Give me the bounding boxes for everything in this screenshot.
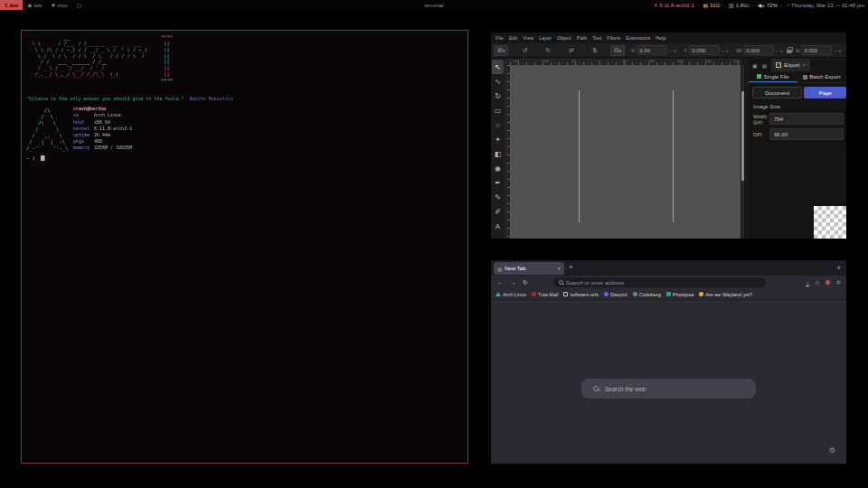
bookmark-favicon: [495, 292, 501, 296]
menu-item[interactable]: Layer: [539, 35, 552, 41]
export-mode-tab[interactable]: Batch Export: [797, 71, 846, 82]
menu-item[interactable]: Object: [557, 35, 571, 41]
menu-item[interactable]: Extensions: [626, 35, 650, 41]
extension-icon[interactable]: [826, 280, 830, 285]
bookmark-item[interactable]: Tuta Mail: [532, 292, 558, 297]
y-field: Y0.000−+: [684, 45, 730, 55]
tool-button[interactable]: ◉: [492, 161, 504, 175]
menu-item[interactable]: Help: [656, 35, 665, 41]
menu-bar: FileEditViewLayerObjectPathTextFiltersEx…: [491, 33, 846, 43]
search-icon: [593, 386, 599, 392]
tool-button[interactable]: ↖: [492, 60, 504, 74]
fetch-rows: osArch Linuxhostx86_64kernel6.11.8-arch2…: [73, 112, 132, 151]
tool-button[interactable]: ◧: [492, 146, 504, 161]
status-bar: 1 dev◉ wst❖ mux▢ terminal Λ 6.11.8-arch2…: [0, 0, 868, 10]
fetch-output: crash@bertha osArch Linuxhostx86_64kerne…: [73, 106, 132, 151]
export-mode-icon: [757, 74, 761, 79]
bookmark-item[interactable]: Photopea: [666, 292, 694, 297]
shell-prompt[interactable]: ~ ❯: [26, 155, 44, 162]
tool-button[interactable]: ∿: [492, 74, 504, 89]
page-button[interactable]: Page: [804, 87, 846, 99]
status-module-icon: Λ: [654, 3, 657, 8]
bookmarks-bar: Arch Linux Tuta Mail software refs Disco…: [491, 289, 846, 300]
bookmark-item[interactable]: Codeberg: [633, 292, 661, 297]
wrench-icon[interactable]: ▣: [752, 62, 758, 69]
tool-button[interactable]: ✐: [492, 204, 504, 219]
tool-controls-bar: ⊞▾ ↺↻⇄⇅ ⊟▾ X0.00−+ Y0.000−+ W0.000−+ H0.…: [491, 43, 846, 58]
fetch-row: uptime2h 44m: [73, 132, 132, 138]
menu-icon[interactable]: ≡: [836, 279, 840, 286]
forward-icon[interactable]: →: [510, 279, 516, 286]
bookmark-favicon: [699, 292, 703, 296]
bookmark-item[interactable]: Arch Linux: [495, 292, 526, 297]
web-search-box[interactable]: Search the web: [581, 379, 756, 399]
canvas[interactable]: [510, 65, 741, 239]
tool-button[interactable]: ✎: [492, 190, 504, 204]
status-module-icon: ▤: [703, 2, 708, 8]
fetch-row: kernel6.11.8-arch2-1: [73, 126, 132, 132]
tool-button[interactable]: ↻: [492, 89, 504, 103]
export-panel-tab[interactable]: ↑ Export ×: [771, 59, 810, 71]
terminal-quote: "Silence is the only answer you should g…: [26, 96, 233, 101]
bookmark-favicon: [563, 292, 568, 296]
width-field: Width (px) 794: [753, 113, 844, 125]
status-modules: Λ 6.11.8-arch2-1 ‹ ▤ 31G ‹ ▥ 1.8Gi ‹ ◀» …: [654, 2, 868, 8]
status-module-icon: ◀»: [758, 2, 765, 8]
snap-dropdown[interactable]: ⊟▾: [610, 45, 625, 56]
home-icon[interactable]: ⌂: [816, 279, 819, 286]
menu-item[interactable]: Text: [592, 35, 601, 41]
menu-item[interactable]: Path: [577, 35, 587, 41]
reload-icon[interactable]: ↻: [523, 279, 528, 286]
bookmark-item[interactable]: Are we Wayland yet?: [699, 292, 752, 297]
browser-window: ◍ New Tab × + ∨ ← → ↻ Search or enter ad…: [491, 260, 846, 464]
new-tab-page: Search the web ⚙: [491, 300, 846, 464]
document-button[interactable]: Document: [752, 87, 802, 99]
status-module: ◀» 72%: [758, 2, 778, 8]
tool-button[interactable]: ✦: [492, 132, 504, 146]
image-size-label: Image Size: [753, 104, 846, 109]
fetch-row: memory3256M / 32035M: [73, 145, 132, 151]
menu-item[interactable]: Filters: [607, 35, 620, 41]
printer-icon[interactable]: ▤: [762, 62, 768, 69]
tool-button[interactable]: A: [492, 219, 504, 233]
tool-button[interactable]: ▭: [492, 103, 504, 117]
tool-button[interactable]: ✒: [492, 175, 504, 190]
menu-item[interactable]: View: [523, 35, 533, 41]
fetch-row: hostx86_64: [73, 118, 132, 125]
status-module-icon: ▥: [729, 2, 734, 8]
page-border-left: [579, 90, 580, 222]
personalize-gear-icon[interactable]: ⚙: [829, 446, 835, 455]
close-panel-icon[interactable]: ×: [803, 62, 807, 68]
tab-close-icon[interactable]: ×: [557, 266, 561, 271]
download-icon[interactable]: ↓: [806, 279, 809, 286]
browser-tab[interactable]: ◍ New Tab ×: [494, 262, 564, 275]
new-tab-button[interactable]: +: [569, 264, 573, 271]
bookmark-item[interactable]: Discord: [604, 292, 627, 297]
h-field: H0.000−+: [796, 45, 842, 55]
lock-ratio-icon[interactable]: [787, 47, 793, 53]
status-module: ▥ 1.8Gi: [729, 2, 749, 8]
export-mode-tab[interactable]: Single File: [749, 71, 797, 82]
selection-mode-dropdown[interactable]: ⊞▾: [494, 45, 508, 56]
canvas-vertical-scrollbar[interactable]: [741, 65, 744, 239]
status-module-icon: ◔: [786, 3, 789, 8]
arch-logo-ascii: /\ / \ /\ \ / \ / ,, \ / | | -\ /_-'' ''…: [26, 108, 68, 152]
list-tabs-icon[interactable]: ∨: [837, 264, 841, 270]
fetch-user-host: crash@bertha: [73, 106, 132, 112]
bookmark-item[interactable]: software refs: [563, 292, 598, 297]
export-icon: ↑: [776, 62, 781, 68]
w-field: W0.000−+: [736, 45, 784, 55]
fetch-row: osArch Linux: [73, 112, 132, 118]
menu-item[interactable]: Edit: [509, 35, 517, 41]
back-icon[interactable]: ←: [497, 279, 504, 286]
menu-item[interactable]: File: [495, 35, 504, 41]
ascii-art-bar: **** || || || || || ||****: [161, 34, 173, 83]
terminal-window[interactable]: __ \ \ / /___ / /______ __ _ ___ \ \ /\ …: [21, 30, 468, 464]
export-mode-icon: [803, 75, 807, 80]
toolbox: ↖∿↻▭○✦◧◉✒✎✐A: [491, 59, 505, 239]
status-module: Λ 6.11.8-arch2-1: [654, 3, 694, 8]
tab-bar: ◍ New Tab × + ∨: [491, 260, 846, 276]
tool-button[interactable]: ○: [492, 117, 504, 132]
horizontal-ruler: -150-100-50050100150200250: [510, 59, 741, 65]
url-bar[interactable]: Search or enter address: [553, 277, 766, 287]
